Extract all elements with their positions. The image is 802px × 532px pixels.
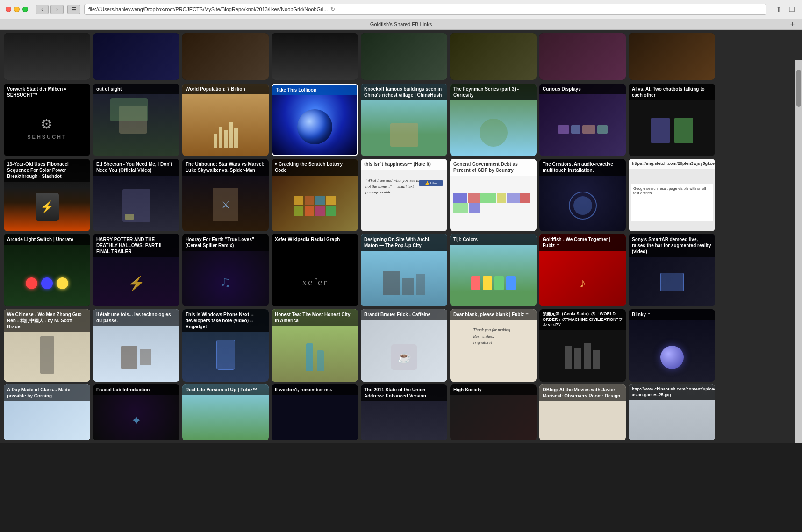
new-tab-button[interactable]: + bbox=[790, 20, 795, 28]
item-title: Fractal Lab Introduction bbox=[93, 384, 179, 395]
list-item[interactable]: Designing On-Site With Archi-Maton — The… bbox=[361, 234, 447, 306]
list-item[interactable]: General Government Debt as Percent of GD… bbox=[450, 159, 537, 231]
list-item[interactable]: » Cracking the Scratch Lottery Code bbox=[272, 159, 358, 231]
item-title: Vorwerk Stadt der Milben « SEHSUCHT™ bbox=[4, 84, 90, 100]
item-title: World Population: 7 Billion bbox=[182, 84, 269, 94]
list-item[interactable] bbox=[272, 33, 358, 80]
maximize-button[interactable] bbox=[22, 7, 28, 12]
grid-row-1: Vorwerk Stadt der Milben « SEHSUCHT™ ⚙ S… bbox=[4, 84, 798, 156]
list-item[interactable]: If we don't, remember me. bbox=[272, 384, 358, 440]
list-item[interactable]: High Society bbox=[450, 384, 537, 440]
list-item[interactable] bbox=[4, 33, 90, 80]
list-item[interactable]: Xefer Wikipedia Radial Graph xefer bbox=[272, 234, 358, 306]
item-title: out of sight bbox=[93, 84, 179, 94]
scrollbar-track[interactable] bbox=[795, 60, 802, 443]
list-item[interactable]: A Day Made of Glass... Made possible by … bbox=[4, 384, 90, 440]
list-item[interactable] bbox=[539, 33, 626, 80]
list-item[interactable]: Fractal Lab Introduction ✦ bbox=[93, 384, 179, 440]
list-item[interactable] bbox=[450, 33, 537, 80]
item-title: Goldfish - We Come Together | Fubiz™ bbox=[539, 234, 626, 251]
list-item[interactable]: This is Windows Phone Next -- developers… bbox=[182, 309, 269, 382]
refresh-icon[interactable]: ↻ bbox=[330, 6, 335, 13]
browser-window: ‹ › ☰ file:///Users/hanleyweng/Dropbox/r… bbox=[0, 0, 802, 443]
list-item[interactable]: World Population: 7 Billion bbox=[182, 84, 269, 156]
list-item[interactable]: Ed Sheeran - You Need Me, I Don't Need Y… bbox=[93, 159, 179, 231]
list-item[interactable]: Curious Displays bbox=[539, 84, 626, 156]
list-item[interactable]: Sony's SmartAR demoed live, raises the b… bbox=[629, 234, 715, 306]
list-item[interactable]: Brandt Brauer Frick - Caffeine ☕ bbox=[361, 309, 447, 382]
toolbar-right: ⬆ ❏ bbox=[774, 5, 796, 14]
item-title: 13-Year-Old Uses Fibonacci Sequence For … bbox=[4, 159, 90, 182]
item-title: AI vs. AI. Two chatbots talking to each … bbox=[629, 84, 715, 100]
grid-rows: Vorwerk Stadt der Milben « SEHSUCHT™ ⚙ S… bbox=[0, 81, 802, 443]
url-text: file:///Users/hanleyweng/Dropbox/root/PR… bbox=[88, 7, 328, 12]
grid-row-5: A Day Made of Glass... Made possible by … bbox=[4, 384, 798, 440]
sidebar-toggle[interactable]: ☰ bbox=[67, 5, 80, 14]
item-title: Ed Sheeran - You Need Me, I Don't Need Y… bbox=[93, 159, 179, 176]
item-title: The Creators. An audio-reactive multitou… bbox=[539, 159, 626, 176]
list-item[interactable]: The 2011 State of the Union Address: Enh… bbox=[361, 384, 447, 440]
list-item[interactable] bbox=[182, 33, 269, 80]
list-item[interactable] bbox=[629, 33, 715, 80]
list-item[interactable]: http://www.chinahush.com/content/uploads… bbox=[629, 384, 715, 440]
item-title: Xefer Wikipedia Radial Graph bbox=[272, 234, 358, 245]
list-item[interactable]: Vorwerk Stadt der Milben « SEHSUCHT™ ⚙ S… bbox=[4, 84, 90, 156]
item-title: Blinky™ bbox=[629, 309, 715, 320]
forward-button[interactable]: › bbox=[50, 5, 64, 14]
item-title: Il était une fois... les technologies du… bbox=[93, 309, 179, 326]
list-item[interactable]: https://img.skitch.com/20pkm3wjuy5gkcenw… bbox=[629, 159, 715, 231]
list-item[interactable]: Il était une fois... les technologies du… bbox=[93, 309, 179, 382]
list-item[interactable]: this isn't happiness™ (Hate it) "What I … bbox=[361, 159, 447, 231]
list-item[interactable]: out of sight bbox=[93, 84, 179, 156]
item-title: Sony's SmartAR demoed live, raises the b… bbox=[629, 234, 715, 257]
item-title: HARRY POTTER AND THE DEATHLY HALLOWS: PA… bbox=[93, 234, 179, 257]
item-title: Knockoff famous buildings seen in China'… bbox=[361, 84, 447, 100]
list-item[interactable]: Tiji: Colors bbox=[450, 234, 537, 306]
item-title: Take This Lollipop bbox=[272, 85, 357, 95]
list-item[interactable]: Blinky™ bbox=[629, 309, 715, 382]
item-title: The 2011 State of the Union Address: Enh… bbox=[361, 384, 447, 401]
item-title: 須藤元気（Genki Sudo）の「WORLD ORDER」の"MACHINE … bbox=[539, 309, 626, 330]
window-chrome: ‹ › ☰ file:///Users/hanleyweng/Dropbox/r… bbox=[0, 0, 802, 30]
back-button[interactable]: ‹ bbox=[36, 5, 49, 14]
list-item[interactable]: 須藤元気（Genki Sudo）の「WORLD ORDER」の"MACHINE … bbox=[539, 309, 626, 382]
list-item[interactable]: Knockoff famous buildings seen in China'… bbox=[361, 84, 447, 156]
item-title: High Society bbox=[450, 384, 537, 395]
list-item[interactable]: Goldfish - We Come Together | Fubiz™ ♪ bbox=[539, 234, 626, 306]
grid-row-3: Arcade Light Switch | Uncrate HARRY POTT… bbox=[4, 234, 798, 306]
grid-row-4: We Chinese - Wo Men Zhong Guo Ren - 我们中國… bbox=[4, 309, 798, 382]
nav-buttons: ‹ › bbox=[36, 5, 64, 14]
share-icon[interactable]: ⬆ bbox=[774, 5, 783, 14]
list-item[interactable]: Dear blank, please blank | Fubiz™ Thank … bbox=[450, 309, 537, 382]
item-title: Designing On-Site With Archi-Maton — The… bbox=[361, 234, 447, 251]
list-item[interactable]: The Feynman Series (part 3) - Curiosity bbox=[450, 84, 537, 156]
list-item[interactable]: OBlog: At the Movies with Javier Marisca… bbox=[539, 384, 626, 440]
tab-title: Goldfish's Shared FB Links bbox=[370, 21, 432, 27]
list-item[interactable]: Hooray For Earth "True Loves" (Cereal Sp… bbox=[182, 234, 269, 306]
list-item[interactable]: Arcade Light Switch | Uncrate bbox=[4, 234, 90, 306]
item-title: Honest Tea: The Most Honest City In Amer… bbox=[272, 309, 358, 326]
item-title: We Chinese - Wo Men Zhong Guo Ren - 我们中國… bbox=[4, 309, 90, 332]
list-item[interactable]: Take This Lollipop bbox=[272, 84, 358, 156]
list-item[interactable]: AI vs. AI. Two chatbots talking to each … bbox=[629, 84, 715, 156]
list-item[interactable]: The Creators. An audio-reactive multitou… bbox=[539, 159, 626, 231]
scrollbar-thumb[interactable] bbox=[796, 70, 801, 107]
list-item[interactable]: HARRY POTTER AND THE DEATHLY HALLOWS: PA… bbox=[93, 234, 179, 306]
list-item[interactable] bbox=[93, 33, 179, 80]
minimize-button[interactable] bbox=[14, 7, 20, 12]
list-item[interactable]: 13-Year-Old Uses Fibonacci Sequence For … bbox=[4, 159, 90, 231]
close-button[interactable] bbox=[6, 7, 11, 12]
grid-row-2: 13-Year-Old Uses Fibonacci Sequence For … bbox=[4, 159, 798, 231]
list-item[interactable]: Real Life Version of Up | Fubiz™ bbox=[182, 384, 269, 440]
tab-bar: Goldfish's Shared FB Links + bbox=[0, 19, 802, 30]
address-bar[interactable]: file:///Users/hanleyweng/Dropbox/root/PR… bbox=[84, 4, 766, 15]
list-item[interactable]: Honest Tea: The Most Honest City In Amer… bbox=[272, 309, 358, 382]
list-item[interactable]: The Unbound: Star Wars vs Marvel: Luke S… bbox=[182, 159, 269, 231]
item-title: Tiji: Colors bbox=[450, 234, 537, 245]
item-title: » Cracking the Scratch Lottery Code bbox=[272, 159, 358, 176]
list-item[interactable] bbox=[361, 33, 447, 80]
item-title: Hooray For Earth "True Loves" (Cereal Sp… bbox=[182, 234, 269, 251]
list-item[interactable]: We Chinese - Wo Men Zhong Guo Ren - 我们中國… bbox=[4, 309, 90, 382]
new-tab-icon[interactable]: ❏ bbox=[787, 5, 796, 14]
item-title: Dear blank, please blank | Fubiz™ bbox=[450, 309, 537, 320]
